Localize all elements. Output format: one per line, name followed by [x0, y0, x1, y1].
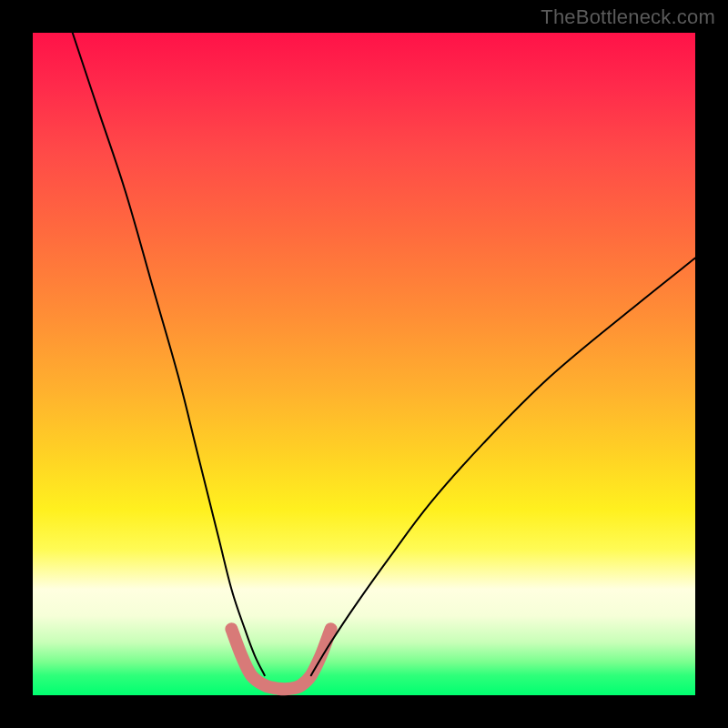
- plot-area: [33, 33, 695, 695]
- curve-left-arm: [73, 33, 265, 675]
- curve-svg: [33, 33, 695, 695]
- trough-highlight: [231, 629, 330, 689]
- chart-stage: TheBottleneck.com: [0, 0, 728, 728]
- watermark-text: TheBottleneck.com: [541, 5, 715, 29]
- curve-right-arm: [311, 258, 695, 676]
